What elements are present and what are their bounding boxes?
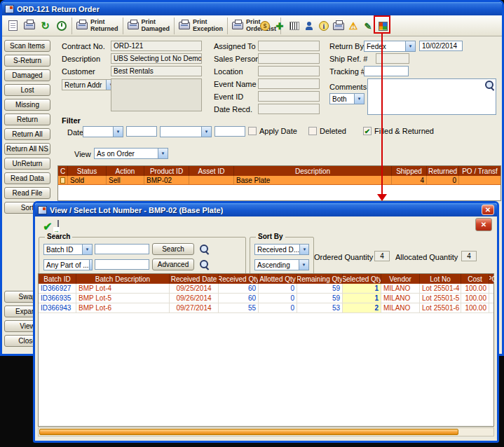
- print-damaged-button[interactable]: Print Damaged: [125, 17, 172, 35]
- print-exception-button[interactable]: Print Exception: [177, 17, 225, 35]
- selected-qty-cell[interactable]: 1: [343, 284, 381, 293]
- contact-icon[interactable]: [303, 20, 315, 32]
- selected-qty-cell[interactable]: 1: [343, 294, 381, 303]
- advanced-button[interactable]: Advanced: [152, 259, 194, 270]
- export-icon[interactable]: [57, 221, 59, 233]
- vendor-cell: MILANO: [381, 294, 420, 303]
- column-header[interactable]: Description: [234, 166, 392, 176]
- event-name-field[interactable]: [258, 78, 320, 89]
- return-addr-dropdown[interactable]: Return Addr: [62, 79, 116, 90]
- sidebar-scan-items-button[interactable]: Scan Items: [4, 40, 50, 52]
- scrollbar-thumb[interactable]: [39, 429, 458, 435]
- filter-date-to-field[interactable]: [214, 126, 245, 137]
- filter-date-operator-dropdown[interactable]: [83, 126, 123, 137]
- search-magnifier-icon[interactable]: [199, 244, 210, 254]
- print-returned-button[interactable]: Print Returned: [74, 17, 121, 35]
- advanced-search-magnifier-icon[interactable]: [199, 259, 210, 270]
- clock-icon[interactable]: [53, 18, 69, 34]
- column-header[interactable]: Cost: [461, 274, 489, 284]
- sort-field-dropdown[interactable]: Received D...: [254, 244, 309, 255]
- info-icon[interactable]: [318, 20, 330, 32]
- allocated-quantity-field: 4: [461, 251, 477, 261]
- lot-table-row[interactable]: ID366927 BMP Lot-4 09/25/2014 60 0 59 1 …: [39, 284, 493, 294]
- event-id-field[interactable]: [258, 91, 320, 102]
- search-field-dropdown[interactable]: Batch ID: [43, 244, 93, 255]
- location-field[interactable]: [258, 66, 320, 76]
- return-by-dropdown[interactable]: Fedex: [364, 41, 416, 52]
- contract-no-label: Contract No.: [62, 42, 105, 50]
- refresh-icon[interactable]: [37, 18, 53, 34]
- column-header[interactable]: Batch ID: [39, 274, 76, 284]
- sidebar-return-all-ns-button[interactable]: Return All NS: [4, 143, 50, 155]
- return-by-date-field[interactable]: 10/02/2014: [419, 41, 463, 51]
- barcode-icon[interactable]: [288, 20, 301, 32]
- add-icon[interactable]: [273, 20, 286, 32]
- column-header[interactable]: Lot No: [420, 274, 461, 284]
- column-header[interactable]: PO: [489, 274, 495, 284]
- search-input[interactable]: [95, 244, 149, 254]
- filled-returned-checkbox[interactable]: Filled & Returned: [363, 127, 434, 135]
- column-header[interactable]: Product ID: [144, 166, 189, 176]
- sidebar-unreturn-button[interactable]: UnReturn: [4, 158, 50, 170]
- sidebar-damaged-button[interactable]: Damaged: [4, 69, 50, 81]
- dialog-cancel-button[interactable]: [475, 218, 492, 231]
- window-titlebar[interactable]: ORD-121 Return Order: [2, 2, 502, 15]
- column-header[interactable]: C: [58, 166, 68, 176]
- report-icon[interactable]: [5, 18, 21, 34]
- date-recd-field[interactable]: [258, 104, 320, 114]
- column-header[interactable]: Status: [68, 166, 107, 176]
- column-header[interactable]: Received Qty: [219, 274, 259, 284]
- apply-date-checkbox[interactable]: Apply Date: [248, 127, 297, 135]
- search-button[interactable]: Search: [152, 243, 194, 255]
- dialog-close-button[interactable]: [482, 205, 494, 215]
- column-header[interactable]: PO / Transf: [459, 166, 500, 176]
- printer-icon[interactable]: [21, 18, 37, 34]
- print-small-icon[interactable]: [332, 20, 345, 32]
- advanced-search-input[interactable]: [95, 259, 149, 270]
- dialog-titlebar[interactable]: View / Select Lot Number - BMP-02 (Base …: [35, 203, 497, 216]
- tracking-field[interactable]: [364, 66, 409, 76]
- column-header[interactable]: Returned: [427, 166, 459, 176]
- column-header[interactable]: Received Date: [170, 274, 219, 284]
- sidebar-lost-button[interactable]: Lost: [4, 84, 50, 96]
- selected-qty-cell[interactable]: 2: [343, 303, 381, 312]
- sales-person-field[interactable]: [258, 53, 320, 64]
- sidebar-return-all-button[interactable]: Return All: [4, 128, 50, 140]
- comments-scope-dropdown[interactable]: Both: [329, 93, 365, 104]
- comments-textarea[interactable]: [367, 78, 496, 115]
- edit-icon[interactable]: [362, 20, 374, 32]
- column-header[interactable]: Vendor: [381, 274, 420, 284]
- money-icon[interactable]: [259, 20, 271, 32]
- column-header[interactable]: Shipped: [392, 166, 427, 176]
- sidebar-read-file-button[interactable]: Read File: [4, 187, 50, 199]
- view-dropdown[interactable]: As on Order: [94, 148, 168, 159]
- column-header[interactable]: Asset ID: [189, 166, 234, 176]
- deleted-checkbox[interactable]: Deleted: [308, 127, 346, 135]
- sidebar-s-return-button[interactable]: S-Return: [4, 55, 50, 67]
- order-table-row-selected[interactable]: Sold Sell BMP-02 Base Plate 4 0: [58, 176, 500, 185]
- sidebar-missing-button[interactable]: Missing: [4, 99, 50, 111]
- sidebar-read-data-button[interactable]: Read Data: [4, 172, 50, 184]
- filter-date-range-dropdown[interactable]: [160, 126, 212, 137]
- column-header[interactable]: Selected Qty: [343, 274, 381, 284]
- sidebar-return-button[interactable]: Return: [4, 114, 50, 125]
- column-header[interactable]: Remaining Qty: [297, 274, 343, 284]
- warning-icon[interactable]: [347, 20, 360, 32]
- lot-table-row[interactable]: ID366943 BMP Lot-6 09/27/2014 55 0 53 2 …: [39, 303, 493, 313]
- sort-direction-dropdown[interactable]: Ascending: [254, 259, 309, 270]
- customer-field[interactable]: Best Rentals: [111, 66, 202, 76]
- filter-date-from-field[interactable]: [126, 126, 157, 137]
- assigned-to-field[interactable]: [258, 41, 320, 51]
- lot-table-row[interactable]: ID366935 BMP Lot-5 09/26/2014 60 0 59 1 …: [39, 294, 493, 303]
- horizontal-scrollbar[interactable]: [38, 427, 494, 436]
- confirm-icon[interactable]: [41, 219, 55, 233]
- column-header[interactable]: Allotted Qty: [259, 274, 297, 284]
- description-field[interactable]: UBS Selecting Lot No Demo: [111, 53, 202, 64]
- search-match-dropdown[interactable]: Any Part of ...: [43, 259, 93, 270]
- column-header[interactable]: Action: [107, 166, 144, 176]
- contract-no-field[interactable]: ORD-121: [111, 41, 202, 51]
- comments-search-icon[interactable]: [484, 80, 495, 90]
- column-header[interactable]: Batch Description: [76, 274, 170, 284]
- filter-title: Filter: [62, 116, 81, 125]
- allocated-quantity-label: Allocated Quantity: [395, 253, 458, 261]
